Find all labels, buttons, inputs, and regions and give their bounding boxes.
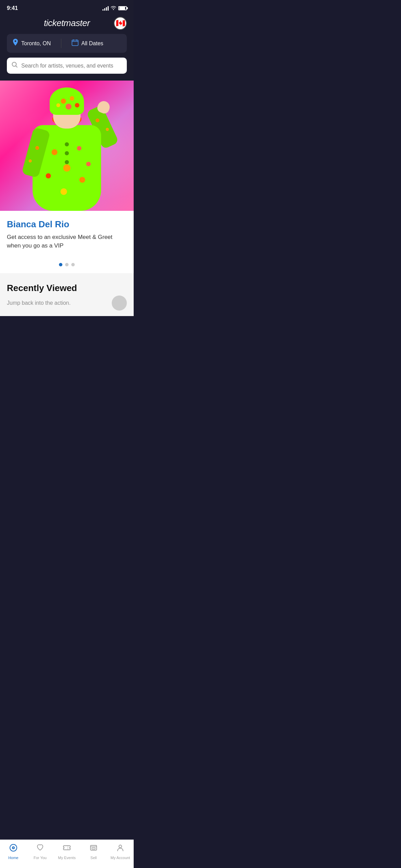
divider xyxy=(61,39,61,48)
status-bar: 9:41 xyxy=(0,0,134,15)
location-button[interactable]: Toronto, ON xyxy=(12,39,51,48)
status-icons xyxy=(102,5,127,11)
location-text: Toronto, ON xyxy=(21,40,51,47)
hat-pattern xyxy=(50,87,84,115)
app-header: ticketmaster 🇨🇦 xyxy=(0,15,134,34)
carousel-dot-3[interactable] xyxy=(71,263,75,266)
wifi-icon xyxy=(111,5,116,11)
country-flag[interactable]: 🇨🇦 xyxy=(114,17,127,30)
date-button[interactable]: All Dates xyxy=(72,39,103,48)
recently-viewed-section: Recently Viewed Jump back into the actio… xyxy=(0,273,134,316)
artist-info-card[interactable]: Bianca Del Rio Get access to an exclusiv… xyxy=(0,211,134,257)
svg-rect-1 xyxy=(73,39,74,41)
carousel-dot-1[interactable] xyxy=(59,263,62,266)
artist-name: Bianca Del Rio xyxy=(7,219,127,230)
svg-rect-2 xyxy=(76,39,77,41)
app-logo: ticketmaster xyxy=(44,18,90,28)
hat xyxy=(50,87,84,115)
signal-icon xyxy=(102,6,109,11)
carousel-dot-2[interactable] xyxy=(65,263,69,266)
location-icon xyxy=(12,39,19,48)
search-input[interactable] xyxy=(21,63,122,69)
hero-banner[interactable] xyxy=(0,81,134,211)
location-date-row: Toronto, ON All Dates xyxy=(7,34,127,53)
svg-rect-0 xyxy=(72,40,78,46)
recently-viewed-action-button[interactable] xyxy=(112,296,127,311)
recently-viewed-subtitle: Jump back into the action. xyxy=(7,300,71,306)
performer-figure xyxy=(26,87,108,211)
search-bar[interactable] xyxy=(7,58,127,74)
status-time: 9:41 xyxy=(7,5,18,11)
search-area: Toronto, ON All Dates xyxy=(0,34,134,81)
artist-description: Get access to an exclusive Meet & Greet … xyxy=(7,233,127,250)
recently-viewed-row: Jump back into the action. xyxy=(7,296,127,311)
date-text: All Dates xyxy=(81,40,103,47)
carousel-indicators xyxy=(0,257,134,273)
calendar-icon xyxy=(72,39,78,48)
recently-viewed-title: Recently Viewed xyxy=(7,283,127,293)
battery-icon xyxy=(118,6,127,10)
search-icon xyxy=(12,62,18,70)
